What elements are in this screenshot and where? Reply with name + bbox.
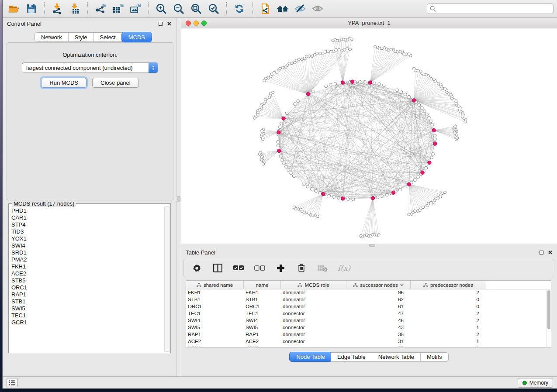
column-header-name[interactable]: name <box>244 281 281 289</box>
run-mcds-button[interactable]: Run MCDS <box>41 78 86 88</box>
import-table-button[interactable] <box>67 1 83 16</box>
table-row[interactable]: ACE2ACE2connector311 <box>186 338 547 345</box>
table-row[interactable]: SWI4SWI4dominator462 <box>186 317 547 324</box>
mcds-result-item[interactable]: PMA2 <box>10 256 163 263</box>
search-field[interactable] <box>427 3 554 14</box>
export-network-button[interactable] <box>93 1 108 16</box>
search-input[interactable] <box>438 6 550 12</box>
open-session-button[interactable] <box>6 1 22 16</box>
mcds-result-item[interactable]: CAR1 <box>10 214 163 221</box>
table-scrollbar[interactable] <box>547 289 551 347</box>
houses-icon <box>276 3 289 14</box>
network-graph[interactable] <box>181 28 557 244</box>
tab-style[interactable]: Style <box>69 33 94 41</box>
mcds-result-item[interactable]: TID3 <box>10 228 163 235</box>
float-panel-icon[interactable] <box>540 251 543 254</box>
toolbar-separator <box>44 2 45 15</box>
save-icon <box>27 4 36 14</box>
delete-column-button[interactable] <box>296 262 307 274</box>
status-bar: Memory <box>3 376 557 389</box>
gear-icon <box>193 264 201 272</box>
table-row[interactable]: ORC1ORC1dominator610 <box>186 303 547 310</box>
close-window-icon[interactable] <box>186 21 191 26</box>
mcds-result-item[interactable]: SRD1 <box>10 249 163 256</box>
sort-chevron-icon <box>400 284 404 286</box>
table-row[interactable]: STB1STB1dominator620 <box>186 296 547 303</box>
memory-button[interactable]: Memory <box>518 378 553 388</box>
mcds-result-item[interactable]: ACE2 <box>10 270 163 277</box>
minimize-window-icon[interactable] <box>194 21 199 26</box>
mcds-result-item[interactable]: ORC1 <box>10 284 163 291</box>
tab-network[interactable]: Network <box>35 33 69 41</box>
mcds-result-item[interactable]: YOX1 <box>10 235 163 242</box>
column-header-shared-name[interactable]: shared name <box>186 281 244 289</box>
deselect-all-button[interactable] <box>254 262 265 274</box>
mcds-result-item[interactable]: STP4 <box>10 221 163 228</box>
save-session-button[interactable] <box>24 1 39 16</box>
table-row[interactable]: RAP1RAP1dominator352 <box>186 331 547 338</box>
delete-table-button[interactable] <box>317 262 328 274</box>
mcds-result-item[interactable]: RAP1 <box>10 291 163 298</box>
zoom-out-button[interactable] <box>171 1 187 16</box>
mcds-result-item[interactable]: SWI4 <box>10 242 163 249</box>
tab-network-table[interactable]: Network Table <box>372 353 421 361</box>
network-canvas[interactable] <box>181 28 557 244</box>
mcds-result-list[interactable]: PHD1CAR1STP4TID3YOX1SWI4SRD1PMA2FKH1ACE2… <box>10 207 163 352</box>
column-settings-button[interactable] <box>212 262 223 274</box>
table-cell: 62 <box>346 296 411 303</box>
column-header-predecessor-nodes[interactable]: predecessor nodes <box>411 281 486 289</box>
tab-select[interactable]: Select <box>94 33 122 41</box>
optimization-criterion-select[interactable]: largest connected component (undirected)… <box>22 62 158 73</box>
table-cell: ACE2 <box>186 338 244 345</box>
tab-motifs[interactable]: Motifs <box>421 353 448 361</box>
zoom-fit-button[interactable] <box>188 1 204 16</box>
table-row[interactable]: SWI5SWI5connector431 <box>186 324 547 331</box>
float-panel-icon[interactable] <box>159 22 163 26</box>
mcds-result-item[interactable]: STB1 <box>10 298 163 305</box>
vertical-splitter[interactable] <box>176 18 181 376</box>
column-header-successor-nodes[interactable]: successor nodes <box>346 281 411 289</box>
mcds-result-item[interactable]: PHD1 <box>10 207 163 214</box>
tab-edge-table[interactable]: Edge Table <box>331 353 372 361</box>
close-panel-icon[interactable]: ✕ <box>548 251 553 254</box>
import-network-button[interactable] <box>49 1 65 16</box>
hide-selected-button[interactable] <box>292 1 308 16</box>
table-cell: SWI4 <box>244 317 281 324</box>
table-row[interactable]: TEC1TEC1connector472 <box>186 310 547 317</box>
table-panel: Table Panel ✕ <box>181 247 557 376</box>
search-icon <box>430 6 436 12</box>
tab-mcds[interactable]: MCDS <box>122 32 152 42</box>
mcds-result-item[interactable]: SWI5 <box>10 305 163 312</box>
select-all-button[interactable] <box>233 262 244 274</box>
zoom-selected-button[interactable] <box>206 1 221 16</box>
export-table-button[interactable] <box>110 1 126 16</box>
table-row[interactable]: FKH1FKH1dominator962 <box>186 289 547 296</box>
refresh-button[interactable] <box>232 1 247 16</box>
export-image-button[interactable] <box>128 1 143 16</box>
scrollbar-thumb[interactable] <box>547 290 550 329</box>
splitter-handle[interactable] <box>177 196 180 202</box>
mcds-result-item[interactable]: TEC1 <box>10 312 163 319</box>
tab-node-table[interactable]: Node Table <box>290 352 332 361</box>
table-settings-button[interactable] <box>191 262 202 274</box>
close-panel-button[interactable]: Close panel <box>92 78 139 88</box>
add-column-button[interactable] <box>275 262 286 274</box>
table-row[interactable]: YOX1YOX1connector291 <box>186 345 547 347</box>
function-builder-button[interactable]: f(x) <box>338 264 350 272</box>
zoom-in-button[interactable] <box>153 1 169 16</box>
horizontal-splitter[interactable] <box>181 244 557 247</box>
clone-network-button[interactable] <box>257 1 273 16</box>
log-console-button[interactable] <box>7 378 18 387</box>
maximize-window-icon[interactable] <box>201 21 207 26</box>
show-all-button[interactable] <box>310 1 325 16</box>
mcds-result-item[interactable]: FKH1 <box>10 263 163 270</box>
network-window-titlebar[interactable]: YPA_prune.txt_1 <box>181 18 557 28</box>
mcds-result-item[interactable]: GCR1 <box>10 319 163 326</box>
close-panel-icon[interactable]: ✕ <box>167 22 172 26</box>
table-icon <box>73 9 79 14</box>
column-header-MCDS-role[interactable]: MCDS role <box>281 281 346 289</box>
mcds-result-title: MCDS result (17 nodes) <box>12 200 76 207</box>
first-neighbors-button[interactable] <box>275 1 291 16</box>
mcds-result-item[interactable]: STB5 <box>10 277 163 284</box>
mcds-result-scrollbar[interactable] <box>164 206 170 352</box>
